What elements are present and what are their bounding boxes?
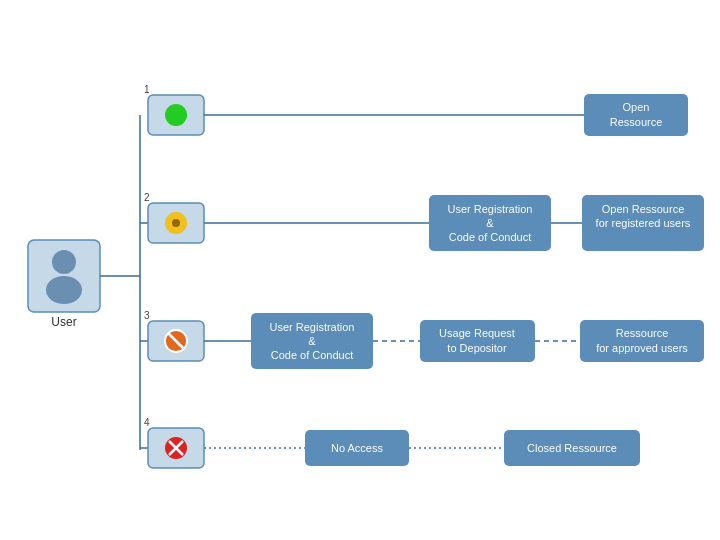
row1-number: 1 [144, 84, 150, 95]
resource-approved-line1: Ressource [616, 327, 669, 339]
user-body-icon [46, 276, 82, 304]
usage-req-line1: Usage Request [439, 327, 515, 339]
user-reg-2-line1: User Registration [448, 203, 533, 215]
resource-approved-line2: for approved users [596, 342, 688, 354]
open-resource-1-line1: Open [623, 101, 650, 113]
row2-yellow-dot [172, 219, 180, 227]
row2-number: 2 [144, 192, 150, 203]
row3-number: 3 [144, 310, 150, 321]
open-resource-2-line1: Open Ressource [602, 203, 685, 215]
row4-number: 4 [144, 417, 150, 428]
open-resource-1-line2: Ressource [610, 116, 663, 128]
closed-resource-label: Closed Ressource [527, 442, 617, 454]
no-access-label: No Access [331, 442, 383, 454]
open-resource-2-line2: for registered users [596, 217, 691, 229]
user-reg-2-line3: Code of Conduct [449, 231, 532, 243]
user-label: User [51, 315, 76, 329]
diagram: User 1 Open Ressource 2 User Registratio… [0, 0, 720, 540]
user-head-icon [52, 250, 76, 274]
user-reg-2-line2: & [486, 217, 494, 229]
user-reg-3-line2: & [308, 335, 316, 347]
user-reg-3-line3: Code of Conduct [271, 349, 354, 361]
row1-green-icon [165, 104, 187, 126]
user-reg-3-line1: User Registration [270, 321, 355, 333]
usage-req-line2: to Depositor [447, 342, 507, 354]
